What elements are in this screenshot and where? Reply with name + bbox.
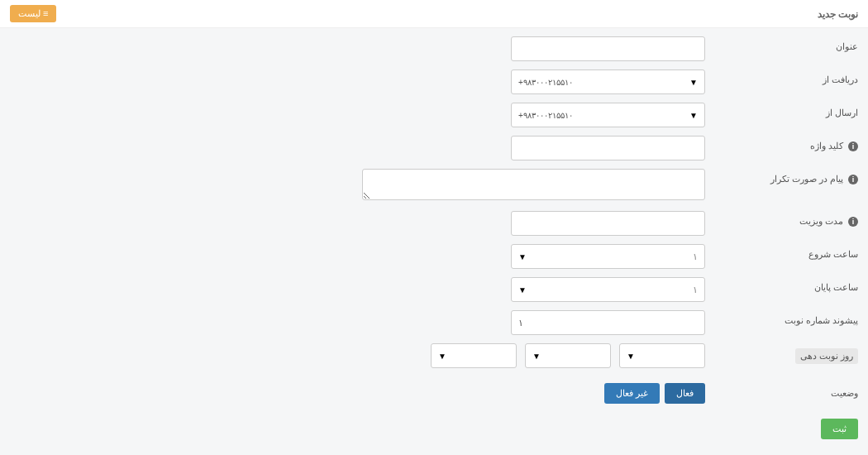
label-keyword: i کلید واژه bbox=[705, 136, 858, 151]
end-hour-select[interactable]: ▼ ۱ bbox=[511, 277, 705, 302]
page-title: نوبت جدید bbox=[818, 8, 858, 20]
chevron-down-icon: ▼ bbox=[627, 352, 635, 361]
page-header: نوبت جدید ≡لیست bbox=[0, 0, 868, 28]
info-icon: i bbox=[848, 175, 858, 184]
day-select-1[interactable]: ▼ bbox=[619, 343, 705, 368]
visit-duration-input[interactable] bbox=[511, 211, 705, 236]
title-input[interactable] bbox=[511, 36, 705, 61]
send-from-value: +۹۸۳۰۰۰۲۱۵۵۱۰ bbox=[518, 111, 573, 120]
label-repeat-msg: i پیام در صورت تکرار bbox=[705, 169, 858, 184]
chevron-down-icon: ▼ bbox=[689, 111, 698, 120]
active-button[interactable]: فعال bbox=[665, 383, 705, 404]
keyword-input[interactable] bbox=[511, 136, 705, 160]
label-status: وضعیت bbox=[705, 383, 858, 399]
prefix-input[interactable] bbox=[511, 310, 705, 335]
chevron-down-icon: ▼ bbox=[438, 352, 446, 361]
list-button-label: لیست bbox=[18, 8, 41, 18]
chevron-down-icon: ▼ bbox=[518, 252, 527, 261]
label-send-from: ارسال از bbox=[705, 103, 858, 118]
receive-from-select[interactable]: +۹۸۳۰۰۰۲۱۵۵۱۰ ▼ bbox=[511, 69, 705, 94]
label-appointment-day: روز نوبت دهی bbox=[705, 343, 858, 364]
start-hour-value: ۱ bbox=[693, 251, 698, 262]
inactive-button[interactable]: غیر فعال bbox=[604, 383, 660, 404]
list-icon: ≡ bbox=[43, 8, 48, 18]
label-prefix: پیشوند شماره نوبت bbox=[705, 310, 858, 326]
label-receive-from: دریافت از bbox=[705, 69, 858, 85]
chevron-down-icon: ▼ bbox=[532, 352, 541, 361]
start-hour-select[interactable]: ▼ ۱ bbox=[511, 244, 705, 269]
receive-from-value: +۹۸۳۰۰۰۲۱۵۵۱۰ bbox=[518, 78, 573, 87]
chevron-down-icon: ▼ bbox=[689, 78, 698, 87]
send-from-select[interactable]: +۹۸۳۰۰۰۲۱۵۵۱۰ ▼ bbox=[511, 103, 705, 127]
repeat-msg-textarea[interactable] bbox=[362, 169, 705, 200]
day-select-3[interactable]: ▼ bbox=[431, 343, 517, 368]
label-start-hour: ساعت شروع bbox=[705, 244, 858, 260]
day-select-2[interactable]: ▼ bbox=[525, 343, 611, 368]
chevron-down-icon: ▼ bbox=[518, 285, 527, 295]
label-end-hour: ساعت پایان bbox=[705, 277, 858, 293]
end-hour-value: ۱ bbox=[693, 285, 698, 295]
info-icon: i bbox=[848, 141, 858, 151]
label-visit-duration: i مدت ویزیت bbox=[705, 211, 858, 227]
submit-button[interactable]: ثبت bbox=[821, 419, 858, 439]
info-icon: i bbox=[848, 217, 858, 227]
form: عنوان دریافت از +۹۸۳۰۰۰۲۱۵۵۱۰ ▼ ارسال از… bbox=[0, 28, 868, 455]
list-button[interactable]: ≡لیست bbox=[10, 5, 56, 22]
label-title: عنوان bbox=[705, 36, 858, 52]
